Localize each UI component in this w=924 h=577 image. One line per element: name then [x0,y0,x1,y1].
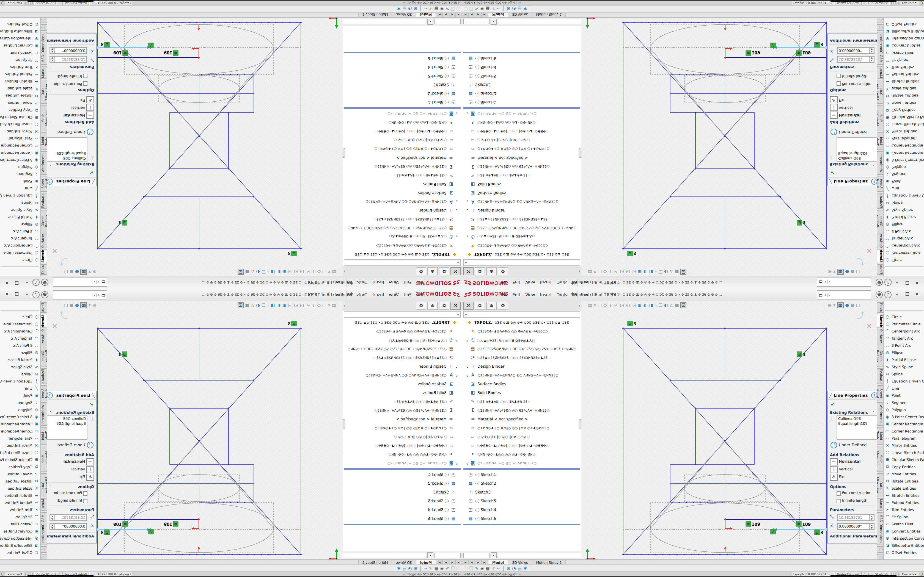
relation-badge[interactable]: ⊿3 [101,42,110,47]
collapse-icon[interactable]: ⌃ [872,163,875,166]
pin-icon[interactable]: ⚲ [350,280,353,285]
command-tab-weldments[interactable]: Weldments [41,151,47,175]
tool-spline[interactable]: ∾Spline [885,200,924,206]
tab-scroll-button[interactable]: ▶| [482,12,488,17]
tool-line[interactable]: ╱Line [885,385,924,392]
tree-item-sketch1[interactable]: ◳(-)Sketch1 [342,98,462,106]
bottom-blue-icon-0[interactable]: ⊕ [507,6,510,11]
pin-icon[interactable]: ⚲ [350,292,353,297]
tool-segment[interactable]: ⁚Segment [0,171,39,178]
relation-entry[interactable]: Collinear108 [838,156,876,160]
bottom-tool-icon-1[interactable]: ❐ [451,6,455,11]
command-tab-markup[interactable]: Markup [877,498,883,511]
tool-tangent-arc[interactable]: ◠Tangent Arc [885,235,924,242]
bottom-tool-icon-6[interactable]: ⌐ [497,566,501,571]
tool-circular-sketch-pattern[interactable]: ❋Circular Sketch Pattern [885,114,924,121]
add-relation-vertical-button[interactable]: ❘ [830,466,838,473]
tool-equation-driven-curve[interactable]: ƒEquation Driven Curve [0,377,39,385]
tree-item[interactable]: ◪Surface Bodies [462,380,582,388]
command-tab-mbd-dimensions[interactable]: MBD Dimensions [877,32,883,65]
ok-checkmark-button[interactable]: ✔ [89,170,94,176]
tool-parallelogram[interactable]: ▱Parallelogram [0,435,39,442]
tool-fit-spline[interactable]: ⌒Fit Spline [885,56,924,64]
tree-scroll-box-1[interactable] [463,553,489,558]
relation-badge[interactable]: ╱ [771,43,775,48]
bottom-tool-icon-5[interactable]: ⧩ [429,6,433,11]
angle-spinner[interactable]: ▲▼ [869,523,874,530]
relation-entry[interactable]: Equal length109 [838,151,876,156]
bottom-tool-icon-3[interactable]: ≡ [440,6,444,11]
length-field[interactable]: 10.88152731 [54,56,87,63]
tool-corner-rectangle[interactable]: ▭Corner Rectangle [885,142,924,150]
close-button[interactable]: ✕ [915,292,919,297]
checkbox-infinite-length[interactable] [837,74,841,78]
relation-entry[interactable]: Equal length109 [48,151,86,156]
tree-item-sketch3[interactable]: ◳Sketch3 [342,80,462,89]
bottom-tool-icon-6[interactable]: ⌐ [423,6,427,11]
tool-centerpoint-arc[interactable]: ⌒Centerpoint Arc [0,327,39,335]
additional-parameters-header[interactable]: Additional Parameters [47,534,94,538]
help-icon[interactable]: ? [884,279,892,286]
tree-item[interactable]: ▸◙○25ЗЄИNΛ∪+○ ◎○ +∪ΛИNЄЗ52○ [462,459,582,467]
tool-centerpoint-arc[interactable]: ⌒Centerpoint Arc [0,242,39,250]
relation-badge[interactable]: ⊿3 [797,220,806,225]
tree-item[interactable]: ⌖○ИN◦Ө©◦♟◎○ ◎○ ◎♟◦©Ө◦ИN○ [342,118,462,127]
tree-item-sketch2[interactable]: ▦(-)Sketch2 [342,89,462,98]
tool-corner-rectangle[interactable]: ▭Corner Rectangle [0,427,39,435]
bottom-tool-icon-0[interactable]: ❏ [464,6,467,11]
add-relation-vertical-button[interactable]: ❘ [86,104,94,111]
tab-scroll-button[interactable]: ▶ [442,12,449,17]
parameters-header[interactable]: Parameters [830,508,855,512]
tool-spline[interactable]: ∾Spline [885,371,924,377]
bottom-tool-icon-6[interactable]: ⌐ [497,6,501,11]
tree-item[interactable]: ✎○25⋅∩※♟ΛⅢ○ ◎○ ⅢΛ♟※∩⋅25○ [342,171,462,180]
command-tab-evaluate[interactable]: Evaluate [877,368,883,384]
tree-item-sketch6[interactable]: ▦(-)Sketch6 [462,514,582,523]
add-relation-fix-button[interactable]: ⚓ [830,474,838,481]
rollback-bar[interactable] [344,468,461,470]
tree-item[interactable]: ◧Solid Bodies [462,388,582,397]
tree-item[interactable]: ▸A○25ИN◎◦✛Λ✛◎ИNΛ○ ◎○ ΛИN◎✛Λ✛◦◎ИN25○ [462,371,582,380]
command-tab-surfaces[interactable]: Surfaces [41,329,47,343]
menu-tools[interactable]: Tools [357,280,367,285]
tool-corner-rectangle[interactable]: ▭Corner Rectangle [0,142,39,150]
bottom-tool-icon-4[interactable]: ▦ [434,6,438,11]
relation-badge[interactable]: =109 [113,522,128,527]
tool-mirror-entities[interactable]: ⋈Mirror Entities [885,128,924,135]
close-button[interactable]: ✕ [915,280,919,285]
featuremanager-tab-icon-2[interactable]: ⊕ [486,301,497,309]
panel-help-icon[interactable]: ? [871,392,877,398]
tree-item[interactable]: ★○25ЗЄ✛◦♟◎ΛΛФ○ ◎○ ФΛΛ◎♟◦✛ЄЗ52○ [342,327,462,336]
tool-intersection-curve[interactable]: ⊗Intersection Curve [0,35,39,42]
featuremanager-tab-icon-0[interactable]: ⚒ [463,268,473,276]
add-relation-horizontal-button[interactable]: — [86,458,94,466]
length-spinner[interactable]: ▲▼ [50,56,55,63]
menu-view[interactable]: View [525,292,535,297]
length-spinner[interactable]: ▲▼ [869,56,874,63]
tree-item[interactable]: ▱○✛ИN◎♟+○ ※⊙∥○ ◎○ ∥⊙※ ○+♟◎ИN✛○ [462,145,582,153]
existing-relations-header[interactable]: Existing Relations [56,411,94,415]
command-tab-sketch[interactable]: Sketch [41,250,47,263]
relation-entry[interactable]: Equal length109 [48,421,86,426]
tool-move-entities[interactable]: ↗Move Entities [0,100,39,106]
doc-tab-3d-views[interactable]: 3D Views [392,12,416,17]
length-spinner[interactable]: ▲▼ [50,514,55,521]
standard-toolbar-icons[interactable]: ⊙ ЗЄ ⊙ Ш ⊙ ◎ ⊙ ✛ ⊙ ϽϹ ⊙ ЗЄ ⊙ • ⊙ 25 ⊙ ♟ … [115,292,301,296]
tree-item[interactable]: ▸A○25ИN◎◦✛Λ✛◎ИNΛ○ ◎○ ΛИN◎✛Λ✛◦◎ИN25○ [462,197,582,206]
tool-convert-entities[interactable]: ▣Convert Entities [0,527,39,535]
tool-3-point-center-recta-[interactable]: ◈3 Point Center Recta... [0,156,39,164]
user-account-icon[interactable]: ☻ [876,291,883,298]
tool-tangent-arc[interactable]: ◠Tangent Arc [0,335,39,342]
collapse-icon[interactable]: ⌃ [49,163,52,166]
parameters-header[interactable]: Parameters [69,508,94,512]
rollback-bar[interactable] [344,524,461,525]
command-tab-mold-tools[interactable]: Mold Tools [41,427,47,445]
command-tab-features[interactable]: Features [877,302,883,313]
ok-checkmark-button[interactable]: ✔ [830,401,835,407]
relation-badge[interactable]: ╱ [149,529,153,534]
tree-scroll-up-icon[interactable]: ▴ [427,552,433,558]
tool-polygon[interactable]: ◇Polygon [0,164,39,171]
relation-badge[interactable]: ╱ [149,43,153,48]
tool-rotate-entities[interactable]: ↻Rotate Entities [0,477,39,485]
tree-filter-input[interactable]: ⋎ [463,259,580,266]
